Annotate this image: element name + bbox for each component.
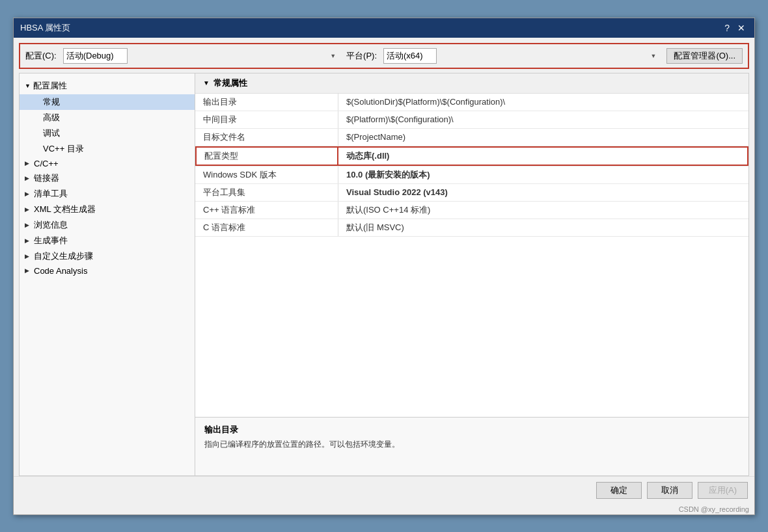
prop-value-target-name: $(ProjectName)	[338, 129, 748, 146]
prop-value-cpp-std: 默认(ISO C++14 标准)	[338, 202, 748, 219]
browse-arrow-icon: ▶	[25, 222, 34, 228]
prop-row-int-dir[interactable]: 中间目录 $(Platform)\$(Configuration)\	[195, 111, 748, 129]
sidebar-item-cpp[interactable]: ▶ C/C++	[20, 157, 195, 170]
tree-root: ▼ 配置属性 常规 高级 调试 VC++	[20, 73, 195, 280]
code-arrow-icon: ▶	[25, 267, 34, 274]
config-select[interactable]: 活动(Debug)	[63, 48, 128, 64]
sidebar-item-manifest[interactable]: ▶ 清单工具	[20, 186, 195, 202]
sidebar-item-label: 链接器	[34, 172, 191, 184]
sidebar-item-general[interactable]: 常规	[20, 94, 195, 110]
sidebar-item-advanced[interactable]: 高级	[20, 110, 195, 126]
prop-row-toolset[interactable]: 平台工具集 Visual Studio 2022 (v143)	[195, 184, 748, 202]
manager-button[interactable]: 配置管理器(O)...	[666, 48, 743, 64]
section-header: ▼ 常规属性	[195, 73, 748, 94]
config-bar: 配置(C): 活动(Debug) 平台(P): 活动(x64) 配置管理器(O)…	[19, 43, 749, 69]
advanced-arrow	[34, 114, 43, 121]
description-area: 输出目录 指向已编译程序的放置位置的路径。可以包括环境变量。	[195, 417, 748, 475]
sidebar-item-label: 浏览信息	[34, 219, 191, 231]
platform-select-wrapper: 活动(x64)	[383, 48, 660, 64]
prop-value-output-dir: $(SolutionDir)$(Platform)\$(Configuratio…	[338, 94, 748, 111]
prop-name-target-name: 目标文件名	[195, 129, 338, 146]
prop-row-output-dir[interactable]: 输出目录 $(SolutionDir)$(Platform)\$(Configu…	[195, 94, 748, 111]
sidebar-item-vcpp-dirs[interactable]: VC++ 目录	[20, 141, 195, 157]
build-arrow-icon: ▶	[25, 237, 34, 244]
prop-value-int-dir: $(Platform)\$(Configuration)\	[338, 111, 748, 128]
prop-name-c-std: C 语言标准	[195, 219, 338, 236]
tree-root-label: 配置属性	[33, 80, 67, 92]
properties-area: ▼ 常规属性 输出目录 $(SolutionDir)$(Platform)\$(…	[195, 73, 748, 417]
tree-root-item[interactable]: ▼ 配置属性	[20, 76, 195, 94]
close-button[interactable]: ✕	[735, 23, 748, 33]
prop-row-config-type[interactable]: 配置类型 动态库(.dll)	[195, 146, 748, 166]
dialog-title: HBSA 属性页	[20, 22, 70, 34]
manifest-arrow-icon: ▶	[25, 191, 34, 197]
sidebar-item-build-events[interactable]: ▶ 生成事件	[20, 233, 195, 248]
section-title: 常规属性	[213, 77, 247, 89]
debug-arrow	[34, 130, 43, 137]
sidebar-item-label: 常规	[43, 96, 191, 108]
prop-row-c-std[interactable]: C 语言标准 默认(旧 MSVC)	[195, 219, 748, 237]
left-panel: ▼ 配置属性 常规 高级 调试 VC++	[20, 73, 195, 475]
section-arrow-icon: ▼	[203, 79, 210, 86]
prop-value-sdk-version: 10.0 (最新安装的版本)	[338, 166, 748, 183]
sidebar-item-code-analysis[interactable]: ▶ Code Analysis	[20, 264, 195, 278]
config-select-wrapper: 活动(Debug)	[63, 48, 340, 64]
main-content: ▼ 配置属性 常规 高级 调试 VC++	[19, 73, 749, 476]
sidebar-item-label: 调试	[43, 127, 191, 139]
bottom-bar: 确定 取消 应用(A)	[14, 476, 754, 504]
cpp-arrow-icon: ▶	[25, 160, 34, 166]
cancel-button[interactable]: 取消	[647, 482, 693, 499]
prop-name-sdk-version: Windows SDK 版本	[195, 166, 338, 183]
prop-row-cpp-std[interactable]: C++ 语言标准 默认(ISO C++14 标准)	[195, 202, 748, 219]
prop-name-cpp-std: C++ 语言标准	[195, 202, 338, 219]
desc-text: 指向已编译程序的放置位置的路径。可以包括环境变量。	[204, 438, 739, 450]
prop-name-output-dir: 输出目录	[195, 94, 338, 111]
prop-value-c-std: 默认(旧 MSVC)	[338, 219, 748, 236]
config-label: 配置(C):	[25, 50, 57, 62]
dialog-window: HBSA 属性页 ? ✕ 配置(C): 活动(Debug) 平台(P): 活动(…	[13, 18, 755, 515]
custom-arrow-icon: ▶	[25, 253, 34, 259]
help-button[interactable]: ?	[722, 23, 732, 33]
sidebar-item-label: Code Analysis	[34, 266, 191, 276]
sidebar-item-label: XML 文档生成器	[34, 204, 191, 215]
prop-name-config-type: 配置类型	[195, 146, 338, 166]
prop-value-config-type: 动态库(.dll)	[338, 146, 748, 166]
platform-select[interactable]: 活动(x64)	[383, 48, 437, 64]
vcpp-arrow	[34, 146, 43, 152]
sidebar-item-linker[interactable]: ▶ 链接器	[20, 170, 195, 186]
prop-row-sdk-version[interactable]: Windows SDK 版本 10.0 (最新安装的版本)	[195, 166, 748, 184]
desc-title: 输出目录	[204, 424, 739, 436]
prop-name-int-dir: 中间目录	[195, 111, 338, 128]
sidebar-item-label: 清单工具	[34, 188, 191, 200]
title-bar-controls: ? ✕	[722, 23, 748, 33]
xml-arrow-icon: ▶	[25, 206, 34, 213]
prop-value-toolset: Visual Studio 2022 (v143)	[338, 184, 748, 201]
prop-name-toolset: 平台工具集	[195, 184, 338, 201]
sidebar-item-xml[interactable]: ▶ XML 文档生成器	[20, 202, 195, 217]
title-bar: HBSA 属性页 ? ✕	[14, 18, 754, 38]
linker-arrow-icon: ▶	[25, 175, 34, 181]
sidebar-item-label: 自定义生成步骤	[34, 250, 191, 262]
sidebar-item-custom-build[interactable]: ▶ 自定义生成步骤	[20, 248, 195, 264]
root-arrow-icon: ▼	[25, 83, 31, 89]
sidebar-item-label: VC++ 目录	[43, 143, 191, 155]
sidebar-item-label: 高级	[43, 112, 191, 124]
watermark: CSDN @xy_recording	[14, 504, 754, 514]
prop-row-target-name[interactable]: 目标文件名 $(ProjectName)	[195, 129, 748, 146]
apply-button[interactable]: 应用(A)	[698, 482, 748, 499]
sidebar-item-browse[interactable]: ▶ 浏览信息	[20, 217, 195, 233]
ok-button[interactable]: 确定	[596, 482, 642, 499]
sidebar-item-label: C/C++	[34, 159, 191, 168]
platform-label: 平台(P):	[346, 50, 377, 62]
general-arrow	[34, 99, 43, 105]
right-panel: ▼ 常规属性 输出目录 $(SolutionDir)$(Platform)\$(…	[195, 73, 748, 475]
sidebar-item-label: 生成事件	[34, 235, 191, 246]
sidebar-item-debug[interactable]: 调试	[20, 126, 195, 141]
